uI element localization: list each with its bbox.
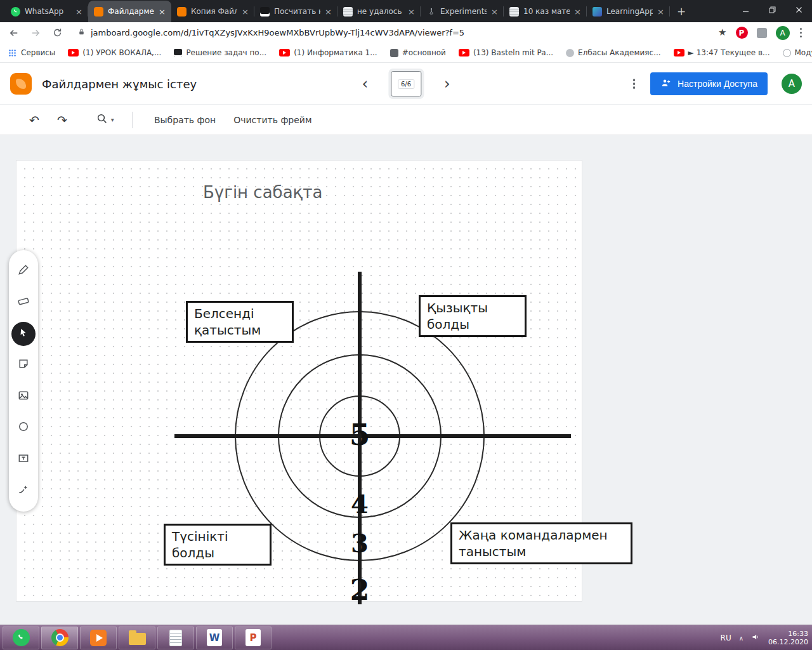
back-icon[interactable] <box>6 25 22 41</box>
bookmark-item[interactable]: (1) УРОК ВОКАЛА,... <box>68 48 161 57</box>
taskbar-explorer-button[interactable] <box>119 627 155 649</box>
document-title[interactable]: Файлдармен жұмыс істеу <box>42 77 197 91</box>
browser-profile-avatar[interactable]: A <box>776 26 790 40</box>
taskbar-whatsapp-button[interactable] <box>3 627 39 649</box>
taskbar-powerpoint-button[interactable]: P <box>235 627 272 649</box>
taskcode-icon <box>260 7 270 17</box>
laser-icon <box>17 483 30 498</box>
bookmark-label: Модуль числа <box>795 48 812 57</box>
hidden-icons-chevron[interactable]: ∧ <box>739 635 743 642</box>
frame-selector[interactable]: 6/6 <box>391 71 421 96</box>
sticky-note-tool[interactable] <box>11 353 36 377</box>
reload-icon[interactable] <box>49 25 65 41</box>
pinterest-extension-icon[interactable]: P <box>736 27 748 39</box>
forward-icon[interactable] <box>28 25 43 41</box>
jamboard-icon <box>94 7 103 17</box>
jamboard-header: Файлдармен жұмыс істеу ‹ 6/6 › Настройки… <box>0 63 812 104</box>
bookmark-item[interactable]: ► 13:47 Текущее в... <box>674 48 770 57</box>
account-avatar[interactable]: A <box>782 74 802 94</box>
browser-tab[interactable]: WhatsApp × <box>5 1 88 22</box>
chrome-icon <box>51 629 69 646</box>
clock[interactable]: 16:33 06.12.2020 <box>768 630 808 646</box>
taskbar-chrome-button[interactable] <box>41 627 78 649</box>
powerpoint-icon: P <box>246 629 261 646</box>
tab-close-icon[interactable]: × <box>408 7 415 17</box>
tab-title: LearningApps <box>606 7 653 16</box>
board-label: Түсінікті болды <box>164 524 272 566</box>
target-number: 3 <box>351 528 369 558</box>
browser-tab-active[interactable]: Файлдармен × <box>88 1 171 22</box>
bookmark-item[interactable]: Елбасы Академияс... <box>566 48 661 57</box>
shape-tool[interactable] <box>11 416 36 440</box>
bookmark-item[interactable]: (1) Информатика 1... <box>279 48 377 57</box>
zoom-icon <box>96 113 108 126</box>
tab-close-icon[interactable]: × <box>574 7 581 17</box>
choose-background-button[interactable]: Выбрать фон <box>145 115 225 125</box>
close-button[interactable] <box>785 0 812 19</box>
redo-icon[interactable]: ↷ <box>48 113 76 127</box>
browser-tab[interactable]: 10 каз матем × <box>504 1 587 22</box>
marker-tool[interactable] <box>11 259 36 283</box>
bookmark-label: Сервисы <box>21 48 55 57</box>
clear-frame-button[interactable]: Очистить фрейм <box>225 115 320 125</box>
restore-button[interactable] <box>759 0 785 19</box>
undo-icon[interactable]: ↶ <box>20 113 48 127</box>
extension-icon[interactable] <box>757 28 767 38</box>
taskbar-notepad-button[interactable] <box>157 627 194 649</box>
bookmark-label: #основной <box>402 48 446 57</box>
board-label: Қызықты болды <box>419 295 527 337</box>
tab-close-icon[interactable]: × <box>657 7 664 17</box>
tab-close-icon[interactable]: × <box>159 7 166 17</box>
taskbar-word-button[interactable]: W <box>196 627 233 649</box>
jamboard-menu-icon[interactable] <box>632 77 637 90</box>
image-icon <box>17 389 30 404</box>
apps-grid-icon <box>8 48 17 58</box>
sticky-note-icon <box>17 357 30 373</box>
youtube-icon <box>459 49 469 56</box>
page-icon <box>509 7 519 17</box>
laser-tool[interactable] <box>11 479 36 503</box>
image-tool[interactable] <box>11 385 36 409</box>
bookmark-item[interactable]: Сервисы <box>8 48 55 58</box>
tab-close-icon[interactable]: × <box>75 7 82 17</box>
toolbar-divider <box>132 112 133 128</box>
volume-icon[interactable] <box>751 632 761 644</box>
eraser-icon <box>17 295 30 310</box>
target-number: 2 <box>350 574 370 606</box>
browser-tab[interactable]: не удалось п × <box>337 1 421 22</box>
youtube-icon <box>279 49 290 56</box>
next-frame-button[interactable]: › <box>440 74 454 94</box>
jamboard-logo[interactable] <box>10 73 32 95</box>
taskbar-media-player-button[interactable] <box>80 627 117 649</box>
share-settings-button[interactable]: Настройки Доступа <box>650 72 768 95</box>
bookmark-star-icon[interactable]: ★ <box>718 28 726 37</box>
tab-title: не удалось п <box>357 7 403 16</box>
zoom-control[interactable]: ▾ <box>91 113 119 126</box>
new-tab-button[interactable]: + <box>672 3 690 20</box>
bookmark-item[interactable]: #основной <box>390 48 446 57</box>
minimize-button[interactable] <box>732 0 759 19</box>
textbox-tool[interactable] <box>11 448 36 472</box>
frame-indicator: 6/6 <box>398 79 414 89</box>
browser-tab[interactable]: Посчитать ко × <box>254 1 337 22</box>
browser-menu-icon[interactable] <box>799 27 804 39</box>
language-indicator[interactable]: RU <box>721 633 731 642</box>
bookmark-item[interactable]: Модуль числа <box>783 48 812 57</box>
flask-icon <box>426 7 436 17</box>
learningapps-icon <box>593 7 602 17</box>
tab-close-icon[interactable]: × <box>242 7 249 17</box>
prev-frame-button[interactable]: ‹ <box>358 74 372 94</box>
browser-tab[interactable]: LearningApps × <box>587 1 670 22</box>
omnibox[interactable]: jamboard.google.com/d/1ivTqXZysJVxKxH9oe… <box>71 24 712 42</box>
tab-close-icon[interactable]: × <box>325 7 332 17</box>
eraser-tool[interactable] <box>11 290 36 314</box>
select-tool[interactable] <box>11 322 36 346</box>
whatsapp-icon <box>11 7 20 17</box>
tab-title: Копия Файлда <box>191 7 237 16</box>
tab-close-icon[interactable]: × <box>491 7 498 17</box>
browser-tab[interactable]: Копия Файлда × <box>171 1 254 22</box>
browser-tab[interactable]: Experiments × <box>421 1 504 22</box>
bookmark-item[interactable]: Решение задач по... <box>174 48 266 57</box>
bookmark-item[interactable]: (13) Basteln mit Pa... <box>459 48 553 57</box>
jamboard-canvas: Бүгін сабақта 5 4 3 2 Белсенді қатыстым … <box>0 135 812 625</box>
